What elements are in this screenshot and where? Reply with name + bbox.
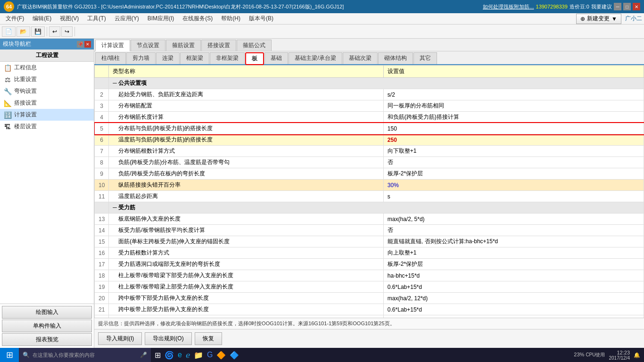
menubar: 文件(F) 编辑(E) 视图(V) 工具(T) 云应用(Y) BIM应用(I) … xyxy=(0,13,644,25)
row-value[interactable]: 板厚-2*保护层 xyxy=(383,168,644,180)
taskbar-icon-ie[interactable]: ℯ xyxy=(186,351,190,360)
menu-edit[interactable]: 编辑(E) xyxy=(29,14,55,24)
sidebar-close-btn[interactable]: ✕ xyxy=(84,41,91,48)
taskbar-icon-edge[interactable]: e xyxy=(178,351,182,359)
taskbar-icon-1[interactable]: ⊞ xyxy=(155,351,161,360)
row-value[interactable]: 150 xyxy=(383,123,644,134)
toolbar-open[interactable]: 📂 xyxy=(17,26,30,37)
sub-tab-shearwall[interactable]: 剪力墙 xyxy=(126,52,156,64)
sidebar-item-calc[interactable]: 🔢 计算设置 xyxy=(0,109,94,121)
new-change-button[interactable]: ⊕ 新建变更 ▼ xyxy=(576,14,621,24)
row-value[interactable]: 30% xyxy=(383,180,644,191)
table-row-5: 5 分布筋与负筋(跨板受力筋)的搭接长度 150 xyxy=(95,123,644,134)
table-row: 7 分布钢筋根数计算方式 向下取整+1 xyxy=(95,146,644,157)
taskbar-search[interactable]: 🔍 在这里输入你要搜索的内容 🎤 xyxy=(19,348,151,362)
restore-btn[interactable]: 恢复 xyxy=(195,332,222,345)
menu-online[interactable]: 在线服务(S) xyxy=(179,14,216,24)
row-value[interactable]: 能直锚就直锚, 否则按公式计算:ha-bhc+15*d xyxy=(383,236,644,247)
row-num: 8 xyxy=(95,157,109,168)
row-num: 13 xyxy=(95,214,109,225)
sub-tab-column[interactable]: 柱/墙柱 xyxy=(95,52,126,64)
tab-stirrup-settings[interactable]: 箍筋设置 xyxy=(166,40,201,51)
row-value[interactable]: 否 xyxy=(383,225,644,236)
tab-calc-settings[interactable]: 计算设置 xyxy=(95,40,130,51)
row-name: 分布钢筋根数计算方式 xyxy=(109,146,384,157)
tab-node-settings[interactable]: 节点设置 xyxy=(131,40,165,51)
sub-tab-nonframebeam[interactable]: 非框架梁 xyxy=(210,52,245,64)
taskbar-icon-google[interactable]: G xyxy=(207,351,213,359)
row-value[interactable]: s/2 xyxy=(383,89,644,100)
minimize-button[interactable]: ─ xyxy=(614,3,621,10)
main-container: 模块导航栏 📌 ✕ 工程设置 📋 工程信息 ⚖ 比重设置 🔧 弯钩设置 📐 搭接… xyxy=(0,39,644,348)
export-rules-btn[interactable]: 导出规则(O) xyxy=(145,332,191,345)
taskbar-icon-explorer[interactable]: 📁 xyxy=(194,351,203,360)
row-value[interactable]: max(ha/2, 12*d) xyxy=(383,293,644,304)
sidebar-item-floor[interactable]: 🏗 楼层设置 xyxy=(0,121,94,132)
toolbar-save[interactable]: 💾 xyxy=(31,26,45,37)
menu-file[interactable]: 文件(F) xyxy=(2,14,28,24)
taskbar-icon-app2[interactable]: 🔷 xyxy=(230,351,239,360)
row-value[interactable]: 板厚-2*保护层 xyxy=(383,259,644,270)
import-rules-btn[interactable]: 导入规则(I) xyxy=(98,332,142,345)
table-row-group-2: ─ 受力筋 xyxy=(95,202,644,214)
row-name: 纵筋搭接接头错开百分率 xyxy=(109,180,384,191)
toolbar-sep-1 xyxy=(47,27,47,36)
help-link[interactable]: 如何处理筏板附加筋... xyxy=(483,3,534,10)
close-button[interactable]: ✕ xyxy=(633,3,640,10)
row-num: 19 xyxy=(95,281,109,293)
sub-tab-slab[interactable]: 板 xyxy=(245,52,264,65)
sub-tab-lianbeam[interactable]: 连梁 xyxy=(156,52,180,64)
sub-tab-other[interactable]: 其它 xyxy=(413,52,437,64)
row-value[interactable]: 0.6*Lab+15*d xyxy=(383,304,644,315)
row-value[interactable]: 同一板厚的分布筋相同 xyxy=(383,100,644,112)
sidebar-float-btn[interactable]: 📌 xyxy=(77,41,83,48)
taskbar-icon-app1[interactable]: 🔶 xyxy=(216,351,226,360)
sidebar-item-project-info[interactable]: 📋 工程信息 xyxy=(0,62,94,74)
toolbar-redo[interactable]: ↪ xyxy=(61,26,73,37)
sub-tab-framebeam[interactable]: 框架梁 xyxy=(180,52,209,64)
start-button[interactable]: ⊞ xyxy=(0,348,19,362)
toolbar-undo[interactable]: ↩ xyxy=(49,26,60,37)
price-info: 造价豆:0 xyxy=(570,3,589,10)
row-value[interactable]: max(ha/2, 5*d) xyxy=(383,214,644,225)
sidebar-item-bend[interactable]: 🔧 弯钩设置 xyxy=(0,85,94,97)
row-value[interactable]: 向上取整+1 xyxy=(383,247,644,259)
lap-icon: 📐 xyxy=(4,99,11,107)
row-value[interactable]: 否 xyxy=(383,157,644,168)
row-value[interactable]: 0.6*Lab+15*d xyxy=(383,281,644,293)
sidebar-item-lap[interactable]: 📐 搭接设置 xyxy=(0,97,94,109)
notification-icon[interactable]: 🔔 xyxy=(634,352,640,358)
row-value[interactable]: s xyxy=(383,191,644,202)
row-value[interactable]: 向下取整+1 xyxy=(383,146,644,157)
menu-cloud[interactable]: 云应用(Y) xyxy=(111,14,143,24)
menu-help[interactable]: 帮助(H) xyxy=(217,14,244,24)
table-row: 3 分布钢筋配置 同一板厚的分布筋相同 xyxy=(95,100,644,112)
new-change-label: 新建变更 xyxy=(587,15,610,23)
sidebar-item-ratio[interactable]: ⚖ 比重设置 xyxy=(0,74,94,85)
table-row-6: 6 温度筋与负筋(跨板受力筋)的搭接长度 250 xyxy=(95,134,644,146)
tab-lap-settings[interactable]: 搭接设置 xyxy=(201,40,236,51)
toolbar-new[interactable]: 📄 xyxy=(2,26,16,37)
menu-version[interactable]: 版本号(B) xyxy=(245,14,277,24)
row-name: 分布钢筋配置 xyxy=(109,100,384,112)
row-value[interactable]: 和负筋(跨板受力筋)搭接计算 xyxy=(383,112,644,123)
report-preview-btn[interactable]: 报表预览 xyxy=(2,333,92,346)
taskbar-icon-cortana[interactable]: 🌀 xyxy=(165,351,174,360)
menu-tools[interactable]: 工具(T) xyxy=(83,14,109,24)
sub-tab-foundation[interactable]: 基础 xyxy=(264,52,288,64)
row-value[interactable]: 250 xyxy=(383,134,644,146)
row-name: 板底钢筋伸入支座的长度 xyxy=(109,214,384,225)
single-component-btn[interactable]: 单构件输入 xyxy=(2,320,92,332)
sub-tab-foundation-sec[interactable]: 基础次梁 xyxy=(343,52,378,64)
register-link[interactable]: 我要建议 xyxy=(591,3,612,10)
group-label: ─ 公共设置项 xyxy=(109,78,644,89)
menu-view[interactable]: 视图(V) xyxy=(56,14,83,24)
table-row: 15 面筋(单标主跨板受力筋)伸入支座的锚固长度 能直锚就直锚, 否则按公式计算… xyxy=(95,236,644,247)
draw-input-btn[interactable]: 绘图输入 xyxy=(2,306,92,319)
tab-stirrup-formula[interactable]: 箍筋公式 xyxy=(237,40,272,51)
row-value[interactable]: ha-bhc+15*d xyxy=(383,270,644,281)
sub-tab-masonry[interactable]: 砌体结构 xyxy=(378,52,413,64)
menu-bim[interactable]: BIM应用(I) xyxy=(144,14,178,24)
sub-tab-foundation-main[interactable]: 基础主梁/承台梁 xyxy=(289,52,342,64)
maximize-button[interactable]: □ xyxy=(623,3,631,10)
